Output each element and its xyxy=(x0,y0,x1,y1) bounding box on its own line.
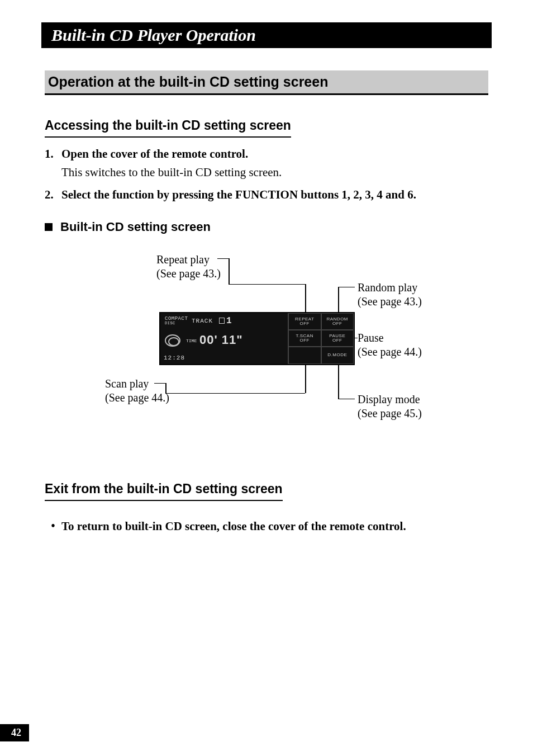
step-row: 1. Open the cover of the remote control.… xyxy=(45,145,488,181)
callout-line xyxy=(338,287,339,314)
step-number: 2. xyxy=(45,186,61,203)
compact-bot: DISC xyxy=(165,321,175,325)
step-description: This switches to the built-in CD setting… xyxy=(61,164,488,181)
setting-screen-diagram: Repeat play (See page 43.) Random play (… xyxy=(45,253,488,448)
subsection-accessing-header: Accessing the built-in CD setting screen xyxy=(45,116,291,138)
callout-pause-ref: (See page 44.) xyxy=(358,345,422,359)
step-content: Open the cover of the remote control. Th… xyxy=(61,145,488,181)
callout-scan: Scan play (See page 44.) xyxy=(105,377,169,405)
disc-icon xyxy=(165,334,180,347)
diagram-heading: Built-in CD setting screen xyxy=(60,218,211,236)
btn-tscan: T.SCANOFF xyxy=(288,330,321,347)
callout-line xyxy=(338,399,355,400)
compact-disc-logo-icon: COMPACT DISC xyxy=(165,316,188,325)
callout-line xyxy=(154,383,165,384)
subsection-exit-header: Exit from the built-in CD setting screen xyxy=(45,480,283,501)
chapter-title-bar: Built-in CD Player Operation xyxy=(41,22,492,48)
time-value: 00' 11" xyxy=(199,331,243,349)
callout-repeat: Repeat play (See page 43.) xyxy=(156,253,221,281)
square-bullet-icon xyxy=(45,223,53,231)
step-content: Select the function by pressing the FUNC… xyxy=(61,186,488,203)
callout-random: Random play (See page 43.) xyxy=(358,281,422,309)
btn-dmode: D.MODE xyxy=(321,347,354,363)
exit-instruction: To return to built-in CD screen, close t… xyxy=(61,518,406,535)
callout-line xyxy=(229,284,305,285)
btn-repeat: REPEATOFF xyxy=(288,313,321,330)
step-title: Open the cover of the remote control. xyxy=(61,145,488,162)
callout-line xyxy=(305,284,306,314)
track-label: TRACK xyxy=(192,317,213,326)
step-title: Select the function by pressing the FUNC… xyxy=(61,186,488,203)
callout-pause-label: Pause xyxy=(358,331,422,345)
section-header: Operation at the built-in CD setting scr… xyxy=(45,70,488,95)
callout-line xyxy=(229,258,230,284)
clock-value: 12:28 xyxy=(164,354,185,363)
device-main-display: COMPACT DISC TRACK 1 TIME 00' 11" 12:28 xyxy=(160,313,288,364)
callout-dmode-label: Display mode xyxy=(358,393,422,407)
dot-bullet-icon: • xyxy=(45,518,61,534)
diagram-heading-row: Built-in CD setting screen xyxy=(45,218,488,236)
device-button-grid: REPEATOFF RANDOMOFF T.SCANOFF PAUSEOFF xyxy=(288,313,354,364)
callout-line xyxy=(165,393,305,394)
callout-line xyxy=(305,363,306,393)
callout-dmode-ref: (See page 45.) xyxy=(358,407,422,420)
btn-blank xyxy=(288,347,321,363)
callout-scan-label: Scan play xyxy=(105,377,169,391)
chapter-title-text: Built-in CD Player Operation xyxy=(51,26,256,44)
exit-bullet-row: • To return to built-in CD screen, close… xyxy=(45,518,488,535)
callout-line xyxy=(165,383,166,393)
step-row: 2. Select the function by pressing the F… xyxy=(45,186,488,203)
callout-repeat-label: Repeat play xyxy=(156,253,221,267)
page-number: 42 xyxy=(0,724,29,741)
callout-pause: Pause (See page 44.) xyxy=(358,331,422,359)
device-lcd-screen: COMPACT DISC TRACK 1 TIME 00' 11" 12:28 … xyxy=(159,312,355,365)
callout-scan-ref: (See page 44.) xyxy=(105,391,169,405)
btn-pause: PAUSEOFF xyxy=(321,330,354,347)
callout-dmode: Display mode (See page 45.) xyxy=(358,393,422,420)
time-label: TIME xyxy=(186,338,197,344)
callout-line xyxy=(338,363,339,399)
callout-repeat-ref: (See page 43.) xyxy=(156,267,221,281)
callout-random-ref: (See page 43.) xyxy=(358,295,422,309)
btn-random: RANDOMOFF xyxy=(321,313,354,330)
callout-random-label: Random play xyxy=(358,281,422,295)
callout-line xyxy=(338,287,355,288)
step-number: 1. xyxy=(45,145,61,181)
callout-line xyxy=(217,258,229,259)
track-number: 1 xyxy=(219,315,232,328)
